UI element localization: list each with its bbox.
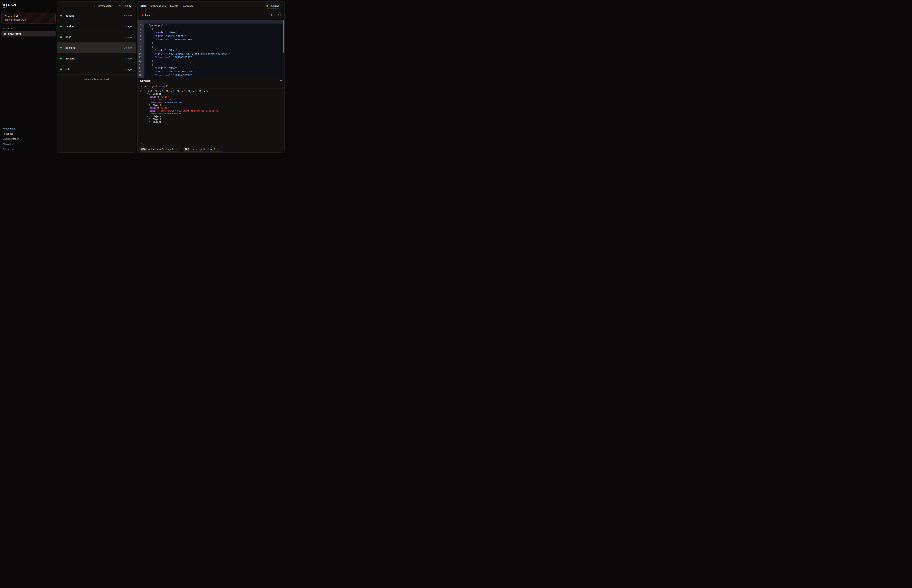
- sidebar-link-documentation[interactable]: Documentation: [3, 136, 55, 142]
- line-gutter: 10: [137, 52, 144, 56]
- editor-code-line[interactable]: }: [144, 77, 284, 78]
- editor-code-line[interactable]: "timestamp": 1764043991880: [144, 38, 284, 41]
- sidebar-link-github[interactable]: GitHub↗: [3, 147, 55, 152]
- code-token: ,: [186, 34, 187, 37]
- line-gutter: 2: [137, 24, 144, 27]
- editor-code-line[interactable]: "text": "Who’s there?",: [144, 34, 284, 38]
- line-gutter: 9: [137, 48, 144, 52]
- editor-code-line[interactable]: {: [144, 45, 284, 48]
- prompt-chevron-icon: [140, 86, 142, 87]
- undo-button[interactable]: [277, 12, 282, 18]
- triangle-down-icon[interactable]: ▼: [144, 90, 146, 92]
- console-object-row-2[interactable]: ▶2: Object: [137, 115, 284, 118]
- status-badge-label: Running: [270, 5, 279, 7]
- active-tab-underline: [137, 10, 148, 10]
- triangle-right-icon[interactable]: ▶: [147, 121, 149, 123]
- app-logo[interactable]: R Rivet: [2, 3, 16, 8]
- actor-row-backend[interactable]: backend1m ago: [57, 42, 136, 53]
- live-badge[interactable]: Live: [140, 13, 152, 18]
- editor-line: 17 }: [137, 77, 284, 78]
- state-toolbar: Live: [137, 10, 284, 20]
- triangle-down-icon[interactable]: ▼: [147, 104, 149, 107]
- actor-row-random[interactable]: random1m ago: [57, 21, 136, 32]
- live-badge-label: Live: [145, 14, 150, 16]
- tab-database[interactable]: Database: [182, 5, 194, 7]
- fold-toggle[interactable]: [142, 27, 144, 31]
- actor-row-dogs[interactable]: dogs1m ago: [57, 32, 136, 42]
- command-method[interactable]: getHistory: [152, 85, 166, 87]
- editor-code-line[interactable]: },: [144, 41, 284, 45]
- triangle-right-icon[interactable]: ▶: [147, 118, 149, 121]
- end-of-list-message: No more Actors to load.: [57, 78, 136, 81]
- state-json-editor[interactable]: 1{2 "messages": [3 {4 "sender": "User",5…: [137, 20, 284, 78]
- code-token: ,: [196, 70, 197, 73]
- sidebar-link-discord[interactable]: Discord↗: [3, 142, 55, 147]
- editor-actions: [270, 12, 282, 18]
- rpc-suggestion-actor-sendmessage-[interactable]: RPCactor.sendMessage(...): [139, 147, 181, 152]
- editor-code-line[interactable]: "timestamp": 1764043999867: [144, 73, 284, 77]
- console-object-row-0[interactable]: ▼0: Object: [137, 92, 284, 95]
- sidebar-link-whats-new-[interactable]: Whats new?: [3, 126, 55, 131]
- actor-name: backend: [66, 46, 123, 49]
- prop-key: timestamp: [150, 112, 162, 115]
- console-object-row-1[interactable]: ▼1: Object: [137, 104, 284, 107]
- console-input[interactable]: [137, 142, 284, 147]
- code-token: [146, 34, 155, 37]
- console-header[interactable]: Console: [137, 78, 284, 84]
- sidebar-link-feedback[interactable]: Feedback: [3, 131, 55, 136]
- editor-code-line[interactable]: {: [144, 20, 284, 24]
- fold-spacer: [142, 70, 144, 73]
- editor-code-line[interactable]: "sender": "User",: [144, 48, 284, 52]
- editor-lines: 1{2 "messages": [3 {4 "sender": "User",5…: [137, 20, 284, 78]
- editor-code-line[interactable]: {: [144, 27, 284, 31]
- tab-events[interactable]: Events: [170, 5, 178, 7]
- prop-value: 1764043995517: [165, 112, 182, 115]
- console-object-row-4[interactable]: ▶4: Object: [137, 121, 284, 123]
- code-token: "Who’s there?": [166, 34, 186, 37]
- fold-toggle[interactable]: [142, 24, 144, 27]
- fold-toggle[interactable]: [142, 20, 144, 24]
- editor-code-line[interactable]: "text": "Long live the King!",: [144, 70, 284, 73]
- editor-code-line[interactable]: "text": " Nay, answer me. Stand and unfo…: [144, 52, 284, 56]
- code-token: ,: [178, 66, 179, 69]
- line-number: 4: [137, 31, 142, 34]
- triangle-down-icon[interactable]: ▼: [147, 92, 149, 95]
- line-gutter: 14: [137, 66, 144, 70]
- create-actor-button[interactable]: Create Actor: [92, 3, 115, 9]
- fold-spacer: [142, 38, 144, 41]
- editor-code-line[interactable]: "messages": [: [144, 24, 284, 27]
- fold-toggle[interactable]: [142, 45, 144, 48]
- sidebar-item-chatroom[interactable]: chatRoom: [2, 31, 56, 37]
- rpc-suggestion-actor-gethistory-[interactable]: RPCactor.getHistory(...): [183, 147, 223, 152]
- connection-status-card[interactable]: Connected http://localhost:6420: [2, 13, 56, 24]
- prop-value: 1764043991880: [165, 101, 182, 104]
- line-gutter: 11: [137, 55, 144, 59]
- chevron-down-icon[interactable]: [280, 79, 282, 82]
- save-button[interactable]: [270, 12, 275, 18]
- object-index: 3: [149, 118, 150, 121]
- line-gutter: 8: [137, 45, 144, 48]
- editor-code-line[interactable]: "sender": "User",: [144, 66, 284, 70]
- display-button[interactable]: Display: [116, 3, 134, 9]
- object-label: Object: [153, 118, 161, 121]
- editor-code-line[interactable]: },: [144, 59, 284, 63]
- tab-connections[interactable]: Connections: [151, 5, 166, 7]
- console-object-row-3[interactable]: ▶3: Object: [137, 118, 284, 121]
- editor-code-line[interactable]: "sender": "User",: [144, 31, 284, 34]
- code-token: "User": [169, 66, 178, 69]
- actor-row-frontend[interactable]: frontend1m ago: [57, 53, 136, 64]
- triangle-right-icon[interactable]: ▶: [147, 115, 149, 118]
- external-link-icon: ↗: [12, 143, 14, 145]
- editor-code-line[interactable]: "timestamp": 1764043995517: [144, 55, 284, 59]
- actor-name: general: [66, 14, 123, 17]
- actor-row-general[interactable]: general2m ago: [57, 10, 136, 21]
- fold-spacer: [142, 77, 144, 78]
- editor-code-line[interactable]: {: [144, 63, 284, 66]
- fold-toggle[interactable]: [142, 63, 144, 66]
- editor-line: 5 "text": "Who’s there?",: [137, 34, 284, 38]
- code-token: [146, 70, 155, 73]
- prop-value: "User": [160, 107, 169, 109]
- tab-state[interactable]: State: [140, 5, 147, 7]
- actor-row-cats[interactable]: cats1m ago: [57, 64, 136, 74]
- editor-scrollbar[interactable]: [283, 20, 284, 53]
